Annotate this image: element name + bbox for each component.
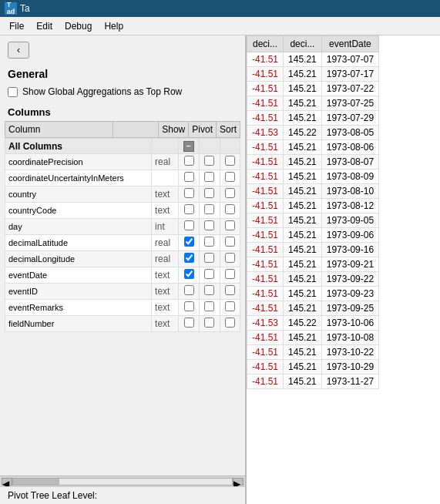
col-pivot-cell[interactable]: [200, 219, 220, 235]
show-checkbox[interactable]: [184, 269, 194, 279]
col-pivot-cell[interactable]: [200, 300, 220, 316]
show-checkbox[interactable]: [184, 204, 194, 214]
pivot-checkbox[interactable]: [204, 269, 214, 279]
data-table-row: -41.51145.211973-07-25: [247, 96, 379, 111]
col-pivot-cell[interactable]: [200, 316, 220, 332]
pivot-checkbox[interactable]: [204, 204, 214, 214]
data-cell: 1973-10-08: [321, 331, 378, 345]
show-checkbox[interactable]: [184, 318, 194, 328]
show-checkbox[interactable]: [184, 237, 194, 247]
col-sort-cell[interactable]: [220, 170, 240, 186]
pivot-checkbox[interactable]: [204, 301, 214, 311]
pivot-checkbox[interactable]: [204, 220, 214, 230]
col-sort-cell[interactable]: [220, 203, 240, 219]
show-checkbox[interactable]: [184, 220, 194, 230]
col-show-cell[interactable]: [178, 316, 200, 332]
table-scroll-container[interactable]: All Columns − coordinatePrecisionrealcoo…: [5, 138, 240, 332]
col-sort-cell[interactable]: [220, 316, 240, 332]
col-sort-cell[interactable]: [220, 154, 240, 170]
pivot-checkbox[interactable]: [204, 172, 214, 182]
data-table-row: -41.51145.211973-09-23: [247, 287, 379, 301]
scrollbar-track[interactable]: [12, 478, 233, 486]
sort-checkbox[interactable]: [225, 253, 235, 263]
col-show-cell[interactable]: [178, 284, 200, 300]
pivot-checkbox[interactable]: [204, 253, 214, 263]
global-aggregations-checkbox[interactable]: [8, 87, 18, 97]
columns-table-wrapper: Column Show Pivot Sort All Columns: [0, 121, 245, 475]
data-table-header-row: deci... deci... eventDate: [247, 36, 379, 52]
show-checkbox[interactable]: [184, 301, 194, 311]
col-show-cell[interactable]: [178, 170, 200, 186]
col-sort-cell[interactable]: [220, 300, 240, 316]
col-sort-cell[interactable]: [220, 284, 240, 300]
data-table-row: -41.51145.211973-08-10: [247, 184, 379, 199]
sort-checkbox[interactable]: [225, 220, 235, 230]
show-checkbox[interactable]: [184, 285, 194, 295]
data-cell: -41.51: [247, 301, 284, 316]
menu-help[interactable]: Help: [98, 19, 129, 33]
menu-edit[interactable]: Edit: [30, 19, 59, 33]
col-show-cell[interactable]: [178, 219, 200, 235]
col-name-cell: decimalLatitude: [5, 235, 152, 251]
col-pivot-cell[interactable]: [200, 203, 220, 219]
pivot-checkbox[interactable]: [204, 285, 214, 295]
menu-file[interactable]: File: [3, 19, 30, 33]
sort-checkbox[interactable]: [225, 188, 235, 198]
col-pivot-cell[interactable]: [200, 284, 220, 300]
show-checkbox[interactable]: [184, 188, 194, 198]
pivot-checkbox[interactable]: [204, 237, 214, 247]
data-cell: 145.21: [284, 82, 322, 96]
all-columns-name: All Columns: [5, 139, 152, 154]
show-checkbox[interactable]: [184, 156, 194, 166]
col-pivot-cell[interactable]: [200, 170, 220, 186]
col-show-cell[interactable]: [178, 154, 200, 170]
col-pivot-cell[interactable]: [200, 186, 220, 203]
data-cell: 145.22: [284, 126, 322, 140]
pivot-checkbox[interactable]: [204, 188, 214, 198]
scrollbar-thumb[interactable]: [13, 479, 59, 485]
data-cell: -41.53: [247, 126, 284, 140]
scroll-left-btn[interactable]: ◀: [2, 478, 12, 486]
data-cell: 145.21: [284, 272, 322, 287]
app-icon: Tad: [5, 2, 17, 15]
data-cell: 145.21: [284, 228, 322, 243]
show-checkbox[interactable]: [184, 253, 194, 263]
all-columns-type: [152, 139, 179, 154]
data-cell: 145.21: [284, 243, 322, 257]
col-sort-cell[interactable]: [220, 186, 240, 203]
back-button[interactable]: ‹: [8, 42, 29, 59]
sort-checkbox[interactable]: [225, 156, 235, 166]
sort-checkbox[interactable]: [225, 269, 235, 279]
sort-checkbox[interactable]: [225, 318, 235, 328]
col-sort-cell[interactable]: [220, 219, 240, 235]
col-sort-cell[interactable]: [220, 267, 240, 284]
data-table-wrapper[interactable]: deci... deci... eventDate -41.51145.2119…: [247, 35, 440, 504]
col-sort-cell[interactable]: [220, 251, 240, 267]
horizontal-scrollbar[interactable]: ◀ ▶: [0, 475, 245, 486]
col-pivot-cell[interactable]: [200, 235, 220, 251]
col-show-cell[interactable]: [178, 203, 200, 219]
menu-debug[interactable]: Debug: [59, 19, 98, 33]
sort-checkbox[interactable]: [225, 285, 235, 295]
show-checkbox[interactable]: [184, 172, 194, 182]
sort-checkbox[interactable]: [225, 301, 235, 311]
sort-checkbox[interactable]: [225, 172, 235, 182]
data-cell: -41.51: [247, 111, 284, 126]
col-pivot-cell[interactable]: [200, 154, 220, 170]
col-show-cell[interactable]: [178, 267, 200, 284]
sort-checkbox[interactable]: [225, 204, 235, 214]
col-show-cell[interactable]: [178, 251, 200, 267]
col-show-cell[interactable]: [178, 235, 200, 251]
col-pivot-cell[interactable]: [200, 251, 220, 267]
scroll-right-btn[interactable]: ▶: [233, 478, 244, 486]
data-cell: -41.51: [247, 213, 284, 228]
col-pivot-cell[interactable]: [200, 267, 220, 284]
col-show-cell[interactable]: [178, 186, 200, 203]
col-show-cell[interactable]: [178, 300, 200, 316]
data-cell: 145.22: [284, 316, 322, 331]
col-sort-cell[interactable]: [220, 235, 240, 251]
data-cell: -41.51: [247, 243, 284, 257]
pivot-checkbox[interactable]: [204, 318, 214, 328]
sort-checkbox[interactable]: [225, 237, 235, 247]
pivot-checkbox[interactable]: [204, 156, 214, 166]
